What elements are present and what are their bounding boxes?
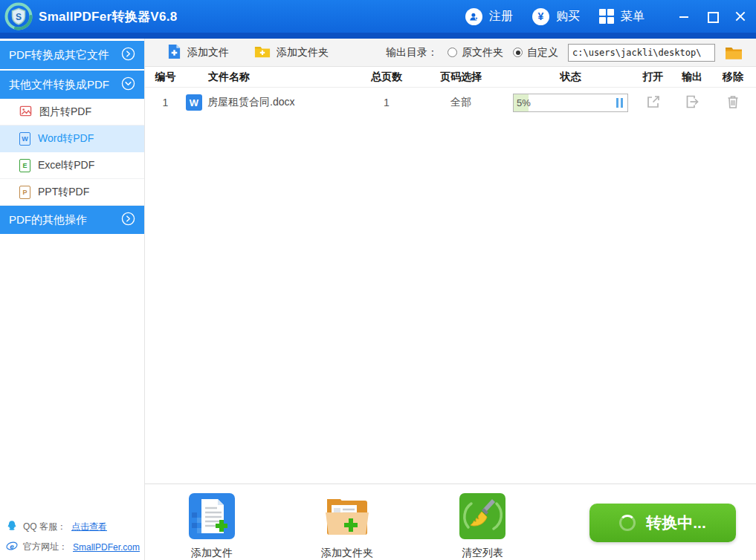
user-icon [465, 8, 482, 25]
browse-folder-button[interactable] [725, 45, 744, 61]
qq-icon [6, 520, 18, 534]
output-dir-label: 输出目录： [386, 46, 438, 59]
sidebar: PDF转换成其它文件 其他文件转换成PDF 图片转PDF W Word转PD [0, 39, 145, 560]
radio-custom-label: 自定义 [527, 46, 558, 59]
add-folder-big-icon [324, 493, 370, 541]
qq-service-label: QQ 客服： [23, 521, 66, 533]
app-title: SmallPDFer转换器V6.8 [39, 8, 178, 25]
svg-text:e: e [10, 542, 14, 550]
add-file-label: 添加文件 [187, 46, 229, 59]
browser-icon: e [6, 540, 18, 554]
output-file-icon[interactable] [684, 94, 700, 110]
sidebar-item-label: Excel转PDF [38, 159, 94, 172]
radio-original-folder[interactable]: 原文件夹 [448, 46, 503, 59]
word-file-badge: W [186, 94, 202, 111]
bottom-bar: 添加文件 添加文件夹 [145, 484, 756, 560]
ppt-doc-icon: P [19, 186, 30, 199]
excel-doc-icon: E [19, 159, 30, 172]
row-total-pages: 1 [361, 97, 413, 108]
maximize-button[interactable] [707, 11, 717, 22]
sidebar-item-image-to-pdf[interactable]: 图片转PDF [0, 99, 144, 126]
website-label: 官方网址： [23, 541, 68, 553]
app-window: S SmallPDFer转换器V6.8 注册 ¥ 购买 [0, 0, 756, 560]
remove-trash-icon[interactable] [725, 94, 741, 110]
add-folder-big-label: 添加文件夹 [321, 547, 373, 560]
register-button[interactable]: 注册 [465, 8, 513, 25]
titlebar-accent-strip [0, 33, 756, 39]
buy-button[interactable]: ¥ 购买 [532, 8, 580, 25]
add-folder-label: 添加文件夹 [277, 46, 329, 59]
add-file-big-icon [189, 493, 235, 541]
sidebar-item-label: PPT转PDF [38, 186, 89, 199]
col-header-status: 状态 [509, 71, 632, 84]
table-header: 编号 文件名称 总页数 页码选择 状态 打开 输出 移除 [145, 67, 756, 88]
sidebar-section-other-to-pdf[interactable]: 其他文件转换成PDF [0, 71, 144, 99]
sidebar-section-pdf-ops[interactable]: PDF的其他操作 [0, 206, 144, 234]
output-dir-group: 输出目录： 原文件夹 自定义 [386, 44, 744, 62]
window-controls [679, 11, 746, 22]
radio-original-label: 原文件夹 [462, 46, 503, 59]
menu-label: 菜单 [621, 9, 644, 25]
add-file-icon [167, 44, 181, 62]
col-header-output: 输出 [674, 71, 710, 84]
clear-list-big-label: 清空列表 [462, 547, 503, 560]
section-label: 其他文件转换成PDF [9, 78, 109, 92]
col-header-filename: 文件名称 [186, 71, 361, 84]
minimize-button[interactable] [679, 11, 689, 22]
sidebar-section-pdf-to-other[interactable]: PDF转换成其它文件 [0, 41, 144, 69]
col-header-page-range: 页码选择 [413, 71, 509, 84]
row-index: 1 [145, 97, 186, 108]
row-filename: 房屋租赁合同.docx [207, 96, 294, 109]
sidebar-item-word-to-pdf[interactable]: W Word转PDF [0, 126, 144, 152]
radio-custom[interactable]: 自定义 [513, 46, 558, 59]
add-file-big-label: 添加文件 [191, 547, 233, 560]
table-row: 1 W 房屋租赁合同.docx 1 全部 5% [145, 88, 756, 117]
yen-icon: ¥ [532, 8, 549, 25]
convert-button[interactable]: 转换中... [589, 504, 736, 542]
row-page-range[interactable]: 全部 [413, 96, 509, 109]
add-folder-button[interactable]: 添加文件夹 [254, 45, 329, 61]
output-path-input[interactable] [568, 44, 715, 62]
add-folder-icon [254, 45, 271, 61]
radio-icon [448, 48, 457, 57]
word-doc-icon: W [19, 132, 30, 146]
radio-selected-icon [513, 48, 523, 57]
spinner-icon [619, 515, 636, 531]
col-header-open: 打开 [632, 71, 674, 84]
add-file-button[interactable]: 添加文件 [167, 44, 229, 62]
website-link[interactable]: SmallPDFer.com [73, 542, 140, 553]
buy-label: 购买 [556, 9, 580, 25]
sidebar-item-label: Word转PDF [38, 132, 94, 146]
menu-grid-icon [599, 9, 614, 24]
menu-button[interactable]: 菜单 [599, 9, 644, 25]
image-icon [19, 105, 32, 120]
pause-icon[interactable] [616, 98, 623, 108]
sidebar-item-ppt-to-pdf[interactable]: P PPT转PDF [0, 179, 144, 206]
open-file-icon[interactable] [645, 94, 662, 110]
add-folder-big-button[interactable]: 添加文件夹 [314, 493, 381, 560]
titlebar: S SmallPDFer转换器V6.8 注册 ¥ 购买 [0, 0, 756, 33]
svg-text:S: S [16, 12, 22, 22]
sidebar-item-excel-to-pdf[interactable]: E Excel转PDF [0, 152, 144, 179]
qq-service-link[interactable]: 点击查看 [71, 521, 107, 533]
sidebar-footer: QQ 客服： 点击查看 e 官方网址： SmallPDFer.com [6, 520, 140, 554]
add-file-big-button[interactable]: 添加文件 [178, 493, 245, 560]
progress-bar: 5% [513, 94, 628, 112]
section-label: PDF转换成其它文件 [9, 48, 109, 62]
file-list-empty-area [145, 117, 756, 484]
toolbar: 添加文件 添加文件夹 输出目录： 原文件夹 自定义 [145, 39, 756, 67]
col-header-index: 编号 [145, 71, 186, 84]
col-header-pages: 总页数 [361, 71, 413, 84]
chevron-down-icon [121, 76, 135, 93]
section-label: PDF的其他操作 [9, 213, 87, 227]
progress-percent-label: 5% [514, 97, 531, 108]
col-header-remove: 移除 [710, 71, 756, 84]
clear-list-big-icon [459, 493, 505, 541]
sidebar-item-label: 图片转PDF [39, 105, 91, 119]
register-label: 注册 [489, 9, 513, 25]
clear-list-big-button[interactable]: 清空列表 [449, 493, 516, 560]
chevron-right-icon [121, 212, 135, 228]
convert-label: 转换中... [646, 512, 706, 533]
chevron-right-icon [121, 47, 135, 63]
close-button[interactable] [735, 11, 746, 22]
